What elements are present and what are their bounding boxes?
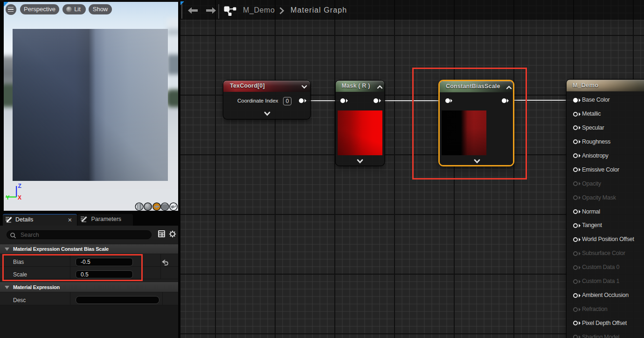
svg-text:Z: Z	[18, 183, 21, 189]
svg-text:X: X	[18, 194, 21, 201]
svg-text:Y: Y	[6, 194, 10, 201]
